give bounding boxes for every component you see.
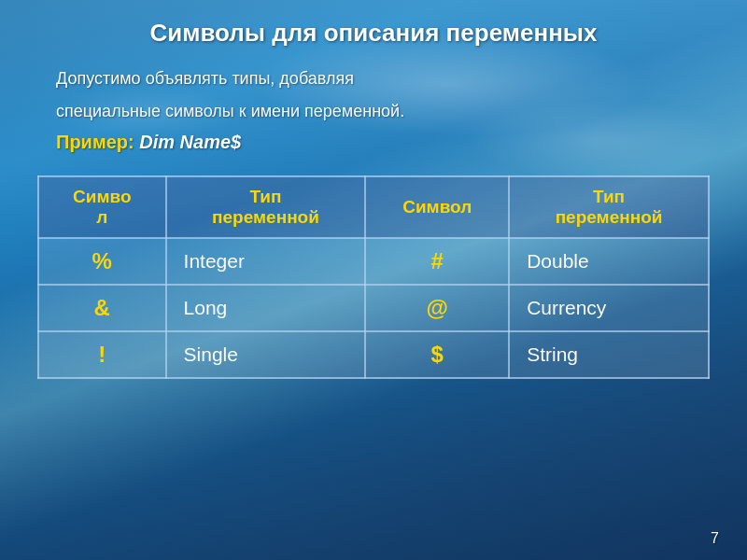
type-integer: Integer [166,238,366,285]
table-row: ! Single $ String [38,331,709,378]
page-number: 7 [711,530,719,547]
example-code: Dim Name$ [134,132,242,152]
symbol-percent: % [38,238,166,285]
header-type-2: Типпеременной [509,176,709,238]
symbol-hash: # [365,238,509,285]
header-symbol-1: Символ [38,176,166,238]
variables-table: Символ Типпеременной Символ Типпеременно… [37,175,710,379]
table-row: & Long @ Currency [38,285,709,331]
header-type-1: Типпеременной [166,176,366,238]
type-string: String [509,331,709,378]
type-double: Double [509,238,709,285]
subtitle-line1: Допустимо объявлять типы, добавляя [37,66,710,91]
type-long: Long [166,285,366,331]
symbol-at: @ [365,285,509,331]
table-header-row: Символ Типпеременной Символ Типпеременно… [38,176,709,238]
example-line: Пример: Dim Name$ [37,132,710,153]
symbol-ampersand: & [38,285,166,331]
type-single: Single [166,331,366,378]
slide: Символы для описания переменных Допустим… [0,0,747,560]
symbol-dollar: $ [365,331,509,378]
symbol-exclamation: ! [38,331,166,378]
subtitle-text-1: Допустимо объявлять типы, добавляя [56,69,354,88]
example-label: Пример: [56,132,134,152]
subtitle-text-2: специальные символы к имени переменной. [56,102,404,120]
slide-title: Символы для описания переменных [37,19,710,48]
table-row: % Integer # Double [38,238,709,285]
subtitle-line2: специальные символы к имени переменной. [37,99,710,124]
type-currency: Currency [509,285,709,331]
header-symbol-2: Символ [365,176,509,238]
